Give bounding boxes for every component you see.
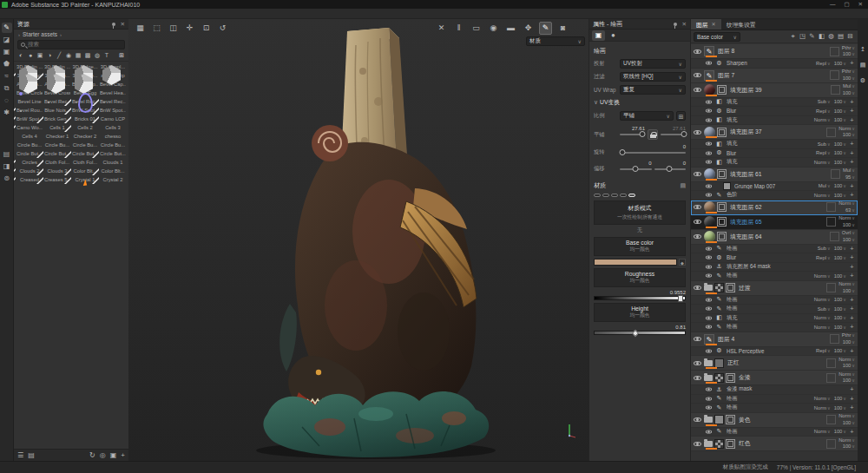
viewport-toolbar-icon[interactable]: ✛: [183, 22, 196, 35]
layers-toolbar-icon[interactable]: ⊟: [845, 32, 855, 41]
asset-item[interactable]: [44, 185, 71, 186]
opacity-dropdown[interactable]: 100∨: [834, 115, 846, 124]
asset-item[interactable]: [16, 185, 43, 186]
asset-item[interactable]: 3D Ridge...: [72, 63, 99, 69]
mask-slot[interactable]: [826, 439, 836, 449]
mask-slot[interactable]: [826, 415, 836, 424]
mask-slot[interactable]: [826, 202, 836, 212]
visibility-eye-icon[interactable]: [706, 161, 712, 164]
layer-row[interactable]: ◧ 填充 Sub∨ 100∨ +: [691, 140, 858, 149]
tool-icon[interactable]: ◌: [2, 95, 12, 106]
asset-item[interactable]: Checker 2: [72, 133, 99, 139]
visibility-eye-icon[interactable]: [694, 442, 701, 446]
layer-row[interactable]: ✎ 绘画 Norm∨ 100∨ +: [691, 272, 858, 281]
opacity-dropdown[interactable]: 100∨: [834, 272, 846, 280]
layers-toolbar-icon[interactable]: ⌖: [788, 32, 798, 41]
tool-icon[interactable]: ≈: [2, 71, 12, 82]
layer-row[interactable]: ✎ 绘画 Norm∨ 100∨ +: [691, 296, 858, 305]
visibility-eye-icon[interactable]: [706, 100, 712, 103]
offset-slider-u[interactable]: 0: [620, 168, 652, 170]
opacity-dropdown[interactable]: 100∨: [834, 394, 846, 403]
opacity-dropdown[interactable]: 100∨: [834, 59, 846, 68]
opacity-dropdown[interactable]: 100∨: [834, 191, 846, 200]
rotation-slider[interactable]: 0: [620, 152, 686, 154]
asset-item[interactable]: Bevel Hea...: [100, 89, 127, 95]
base-color-header[interactable]: Base color 均一颜色: [594, 237, 686, 256]
opacity-dropdown[interactable]: 63∨: [845, 207, 855, 214]
blend-mode-dropdown[interactable]: Mul∨: [843, 83, 855, 90]
asset-item[interactable]: 3D Simpl...: [100, 63, 127, 69]
layers-toolbar-icon[interactable]: ◍: [826, 32, 836, 41]
visibility-eye-icon[interactable]: [706, 194, 712, 197]
asset-filter-icon[interactable]: T: [102, 51, 111, 60]
dock-icon[interactable]: ⚙: [858, 76, 867, 85]
viewport-toolbar-icon[interactable]: ‖: [452, 22, 465, 35]
layer-row[interactable]: 填充图层 62 Norm∨ 63∨ +: [691, 200, 858, 215]
opacity-dropdown[interactable]: 100∨: [843, 420, 855, 427]
opacity-dropdown[interactable]: 100∨: [843, 443, 855, 450]
material-mode-button[interactable]: 材质模式 一次性绘制所有通道: [594, 200, 686, 225]
opacity-dropdown[interactable]: 100∨: [834, 244, 846, 253]
blend-mode-dropdown[interactable]: Pthr∨: [842, 45, 855, 52]
add-effect-plus-icon[interactable]: +: [849, 385, 855, 393]
add-effect-plus-icon[interactable]: +: [849, 296, 855, 304]
viewport-toolbar-icon[interactable]: ⬚: [150, 22, 163, 35]
blend-mode-dropdown[interactable]: Repl∨: [816, 59, 831, 68]
visibility-eye-icon[interactable]: [706, 406, 712, 410]
asset-filter-icon[interactable]: ▩: [83, 51, 92, 60]
mask-slot[interactable]: [826, 373, 836, 383]
mask-slot[interactable]: [830, 334, 839, 344]
viewport-toolbar-icon[interactable]: ◫: [167, 22, 180, 35]
channel-chip[interactable]: [628, 194, 635, 197]
layer-row[interactable]: 正红 Norm∨ 100∨ +: [691, 356, 858, 371]
layer-row[interactable]: ⚓ 金漆 mask ∨ ∨ +: [691, 385, 858, 395]
viewport-toolbar-icon[interactable]: ◉: [487, 22, 500, 35]
blend-mode-dropdown[interactable]: Sub∨: [818, 244, 831, 253]
link-icon[interactable]: ⊞: [676, 111, 686, 121]
visibility-eye-icon[interactable]: [706, 349, 712, 352]
assets-footer-icon[interactable]: ▣: [110, 450, 117, 462]
uv-wrap-dropdown[interactable]: 重复 ∨: [620, 85, 686, 95]
opacity-dropdown[interactable]: 100∨: [834, 140, 846, 148]
asset-filter-icon[interactable]: ╱: [55, 51, 63, 60]
viewport-toolbar-icon[interactable]: ▦: [134, 22, 147, 35]
asset-filter-icon[interactable]: ◍: [93, 51, 102, 60]
visibility-eye-icon[interactable]: [694, 234, 701, 239]
tool-icon[interactable]: ⬟: [2, 59, 12, 69]
opacity-dropdown[interactable]: 100∨: [843, 339, 855, 346]
opacity-dropdown[interactable]: 100∨: [834, 181, 846, 190]
visibility-eye-icon[interactable]: [694, 88, 701, 92]
assets-breadcrumb[interactable]: › Starter assets ›: [14, 30, 128, 39]
asset-item[interactable]: Cloth Fol...: [44, 159, 71, 165]
height-slider[interactable]: [594, 331, 686, 335]
assets-footer-icon[interactable]: +: [121, 450, 125, 462]
assets-close-icon[interactable]: ✕: [121, 21, 125, 28]
opacity-dropdown[interactable]: 100∨: [834, 346, 846, 355]
dock-icon[interactable]: ▤: [858, 61, 867, 69]
asset-item[interactable]: [100, 185, 127, 186]
visibility-eye-icon[interactable]: [706, 316, 712, 319]
blend-mode-dropdown[interactable]: Norm∨: [838, 215, 855, 222]
tool-icon[interactable]: ✎: [2, 23, 12, 33]
visibility-eye-icon[interactable]: [706, 109, 712, 113]
channel-chip[interactable]: [611, 194, 618, 197]
blend-mode-dropdown[interactable]: Mul∨: [843, 168, 855, 174]
layer-row[interactable]: 过渡 Norm∨ 100∨ +: [691, 281, 858, 296]
grid-view-icon[interactable]: ⊞: [117, 51, 126, 60]
asset-filter-icon[interactable]: ◑: [45, 51, 54, 60]
layer-row[interactable]: ✎ 图层 8 Pthr∨ 100∨ +: [691, 44, 858, 59]
blend-mode-dropdown[interactable]: Repl∨: [816, 253, 831, 262]
visibility-eye-icon[interactable]: [706, 118, 712, 122]
visibility-eye-icon[interactable]: [706, 265, 712, 268]
asset-filter-icon[interactable]: ◉: [64, 51, 73, 60]
blend-mode-dropdown[interactable]: Norm∨: [814, 191, 831, 200]
add-effect-plus-icon[interactable]: +: [849, 107, 855, 115]
asset-filter-icon[interactable]: ◐: [16, 51, 25, 60]
add-effect-plus-icon[interactable]: +: [849, 263, 855, 271]
properties-close-icon[interactable]: ✕: [682, 21, 687, 28]
layer-row[interactable]: 填充图层 64 Ovrl∨ 100∨ +: [691, 230, 858, 245]
opacity-dropdown[interactable]: 100∨: [834, 323, 846, 332]
material-presets-icon[interactable]: ▤: [680, 182, 686, 189]
properties-tab[interactable]: ●: [607, 30, 620, 41]
tool-icon[interactable]: ⊚: [2, 174, 12, 184]
